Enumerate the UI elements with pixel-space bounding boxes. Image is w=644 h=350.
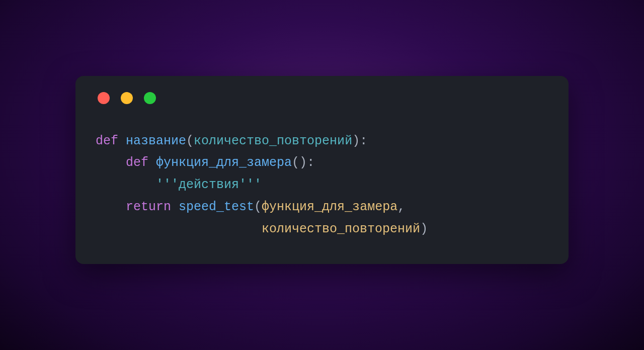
paren-close: ) (352, 134, 360, 148)
maximize-icon[interactable] (144, 92, 156, 104)
parameter: количество_повторений (194, 134, 352, 148)
paren-close: ) (420, 222, 428, 236)
docstring-text: действия (179, 178, 239, 192)
code-line-5: количество_повторений) (96, 222, 428, 236)
close-icon[interactable] (98, 92, 110, 104)
keyword-def: def (96, 134, 118, 148)
code-line-1: def название(количество_повторений): (96, 134, 367, 148)
minimize-icon[interactable] (121, 92, 133, 104)
function-name: функция_для_замера (156, 155, 292, 170)
code-block: def название(количество_повторений): def… (96, 130, 548, 240)
code-line-4: return speed_test(функция_для_замера, (96, 200, 405, 214)
docstring-open: ''' (156, 178, 179, 192)
colon: : (360, 134, 367, 148)
window-controls (96, 92, 548, 104)
code-window: def название(количество_повторений): def… (75, 76, 569, 265)
argument: функция_для_замера (262, 200, 397, 214)
comma: , (397, 200, 405, 214)
paren-open: ( (186, 134, 194, 148)
function-call: speed_test (179, 200, 254, 214)
keyword-def: def (126, 155, 148, 170)
keyword-return: return (126, 200, 171, 214)
paren-open: ( (254, 200, 262, 214)
paren-open: ( (292, 155, 299, 170)
argument: количество_повторений (262, 222, 420, 236)
function-name: название (126, 134, 186, 148)
code-line-2: def функция_для_замера(): (96, 155, 314, 170)
paren-close: ) (299, 155, 307, 170)
colon: : (307, 155, 314, 170)
docstring-close: ''' (239, 178, 262, 192)
code-line-3: '''действия''' (96, 178, 262, 192)
